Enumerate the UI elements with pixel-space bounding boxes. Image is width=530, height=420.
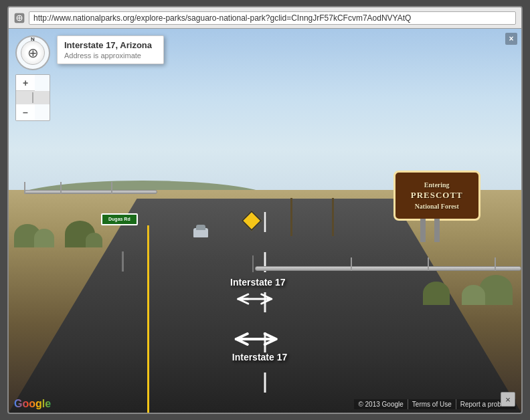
guardrail-right-post-3 xyxy=(351,257,352,271)
prescott-sign-forest: National Forest xyxy=(415,202,459,211)
zoom-out-button[interactable]: – xyxy=(16,104,35,120)
prescott-sign-name: PRESCOTT xyxy=(411,190,463,201)
guardrail-post-1 xyxy=(24,182,25,194)
map-container: Entering PRESCOTT National Forest Dugas … xyxy=(9,29,521,413)
compass-north-label: N xyxy=(31,36,35,42)
warning-sign-post xyxy=(252,255,254,272)
location-info-popup: Interstate 17, Arizona Address is approx… xyxy=(57,35,164,64)
road-shoulder-line xyxy=(147,225,149,413)
prescott-sign-post xyxy=(434,219,440,242)
prescott-sign-post-2 xyxy=(420,219,426,242)
copyright-text: © 2013 Google xyxy=(354,399,407,409)
upper-arrow xyxy=(234,293,274,305)
zoom-controls: + – xyxy=(15,74,50,121)
power-pole-1 xyxy=(290,198,292,236)
guardrail-post-3 xyxy=(111,182,112,194)
guardrail-post-2 xyxy=(60,182,62,194)
zoom-slider-track xyxy=(16,91,50,104)
road-labels-area: Interstate 17 xyxy=(203,277,285,305)
guardrail-left xyxy=(24,190,157,194)
map-close-button[interactable]: × xyxy=(505,33,517,45)
car-vehicle xyxy=(193,228,208,237)
road-labels-area-2: Interstate 17 xyxy=(212,332,287,362)
compass-arrow: ⊕ xyxy=(27,45,39,61)
street-label-2: Interstate 17 xyxy=(232,352,287,362)
guardrail-right xyxy=(255,266,521,271)
prescott-sign-entering: Entering xyxy=(424,181,450,189)
location-title: Interstate 17, Arizona xyxy=(64,40,157,50)
google-logo: Google xyxy=(14,398,51,410)
terms-of-use-link[interactable]: Terms of Use xyxy=(408,399,456,409)
compass-inner: N ⊕ xyxy=(21,41,45,65)
guardrail-right-post-1 xyxy=(495,257,496,271)
bottom-right-links: © 2013 Google Terms of Use Report a prob… xyxy=(354,399,516,409)
green-road-sign-text: Dugas Rd xyxy=(108,217,130,221)
prescott-sign: Entering PRESCOTT National Forest xyxy=(393,171,480,221)
guardrail-right-post-2 xyxy=(428,257,429,271)
green-sign-post xyxy=(122,251,124,272)
address-bar xyxy=(9,7,521,29)
window-close-button[interactable]: × xyxy=(501,392,515,407)
map-controls: N ⊕ + – xyxy=(15,35,50,121)
road-center-line xyxy=(264,212,266,413)
vegetation-left xyxy=(9,190,111,247)
green-road-sign: Dugas Rd xyxy=(101,213,138,225)
power-pole-2 xyxy=(332,198,334,236)
browser-window: Entering PRESCOTT National Forest Dugas … xyxy=(7,6,523,414)
bottom-bar: Google © 2013 Google Terms of Use Report… xyxy=(9,395,521,413)
zoom-in-button[interactable]: + xyxy=(16,75,35,91)
browser-icon xyxy=(14,13,25,23)
compass-control[interactable]: N ⊕ xyxy=(15,35,50,70)
url-input[interactable] xyxy=(29,11,516,25)
lower-arrow xyxy=(233,332,280,346)
location-subtitle: Address is approximate xyxy=(64,51,157,60)
street-label-1: Interstate 17 xyxy=(230,277,285,288)
